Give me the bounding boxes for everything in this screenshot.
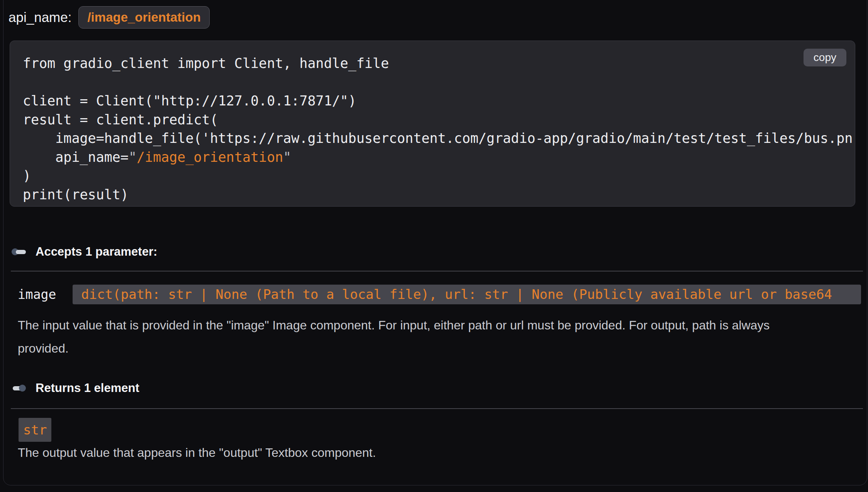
divider — [11, 271, 863, 271]
code-snippet: from gradio_client import Client, handle… — [10, 41, 855, 204]
divider — [11, 408, 863, 409]
api-name-label: api_name: — [8, 10, 71, 25]
return-description: The output value that appears in the "ou… — [18, 441, 829, 464]
code-block: copy from gradio_client import Client, h… — [10, 41, 855, 207]
code-line: print(result) — [23, 185, 855, 204]
code-line: api_name="/image_orientation" — [23, 148, 855, 167]
accepts-heading-label: Accepts 1 parameter: — [36, 245, 157, 259]
accepts-heading: Accepts 1 parameter: — [12, 244, 157, 260]
code-line — [23, 73, 855, 92]
parameter-type-badge: dict(path: str | None (Path to a local f… — [73, 285, 861, 304]
returns-heading-label: Returns 1 element — [36, 381, 139, 395]
return-pill-icon — [12, 385, 27, 392]
code-line: ) — [23, 166, 855, 185]
copy-button[interactable]: copy — [804, 49, 846, 66]
parameter-pill-icon — [12, 248, 27, 255]
code-line: image=handle_file('https://raw.githubuse… — [23, 129, 855, 148]
api-name-badge: /image_orientation — [78, 6, 209, 29]
api-name-string: /image_orientation — [137, 149, 283, 165]
api-name-row: api_name: /image_orientation — [8, 5, 210, 30]
code-line: client = Client("http://127.0.0.1:7871/"… — [23, 92, 855, 110]
parameter-row: image dict(path: str | None (Path to a l… — [18, 285, 861, 304]
parameter-description: The input value that is provided in the … — [18, 314, 790, 360]
code-line: result = client.predict( — [23, 110, 855, 129]
parameter-name: image — [18, 287, 56, 302]
returns-heading: Returns 1 element — [12, 380, 139, 396]
return-type-badge: str — [19, 418, 51, 442]
code-line: from gradio_client import Client, handle… — [23, 54, 855, 73]
